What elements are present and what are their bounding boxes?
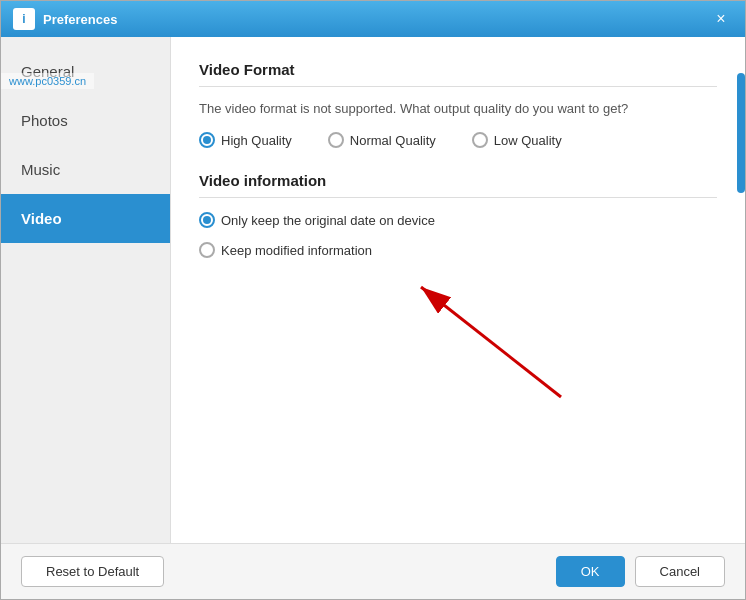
title-bar-left: i Preferences	[13, 8, 117, 30]
radio-high-quality[interactable]: High Quality	[199, 132, 292, 148]
original-date-label: Only keep the original date on device	[221, 213, 435, 228]
app-icon: i	[13, 8, 35, 30]
title-bar: i Preferences ×	[1, 1, 745, 37]
video-info-title: Video information	[199, 172, 717, 189]
reset-to-default-button[interactable]: Reset to Default	[21, 556, 164, 587]
footer: Reset to Default OK Cancel	[1, 543, 745, 599]
title-bar-right: ×	[709, 7, 733, 31]
footer-right: OK Cancel	[556, 556, 725, 587]
content-area: General Photos Music Video Video Format …	[1, 37, 745, 543]
keep-modified-label: Keep modified information	[221, 243, 372, 258]
svg-line-1	[421, 287, 561, 397]
radio-low-quality[interactable]: Low Quality	[472, 132, 562, 148]
dialog: i Preferences × www.pc0359.cn General Ph…	[0, 0, 746, 600]
divider-2	[199, 197, 717, 198]
sidebar-item-photos[interactable]: Photos	[1, 96, 170, 145]
arrow-svg	[391, 257, 591, 417]
low-quality-label: Low Quality	[494, 133, 562, 148]
quality-radio-group: High Quality Normal Quality Low Quality	[199, 132, 717, 148]
radio-circle-modified	[199, 242, 215, 258]
divider-1	[199, 86, 717, 87]
radio-normal-quality[interactable]: Normal Quality	[328, 132, 436, 148]
sidebar-item-video[interactable]: Video	[1, 194, 170, 243]
close-button[interactable]: ×	[709, 7, 733, 31]
scroll-handle[interactable]	[737, 73, 745, 193]
video-format-description: The video format is not supported. What …	[199, 101, 717, 116]
ok-button[interactable]: OK	[556, 556, 625, 587]
radio-circle-normal	[328, 132, 344, 148]
sidebar-item-music[interactable]: Music	[1, 145, 170, 194]
high-quality-label: High Quality	[221, 133, 292, 148]
normal-quality-label: Normal Quality	[350, 133, 436, 148]
watermark: www.pc0359.cn	[1, 73, 94, 89]
dialog-title: Preferences	[43, 12, 117, 27]
arrow-annotation	[391, 257, 591, 417]
video-information-section: Video information Only keep the original…	[199, 172, 717, 258]
info-radio-group: Only keep the original date on device Ke…	[199, 212, 717, 258]
main-panel: Video Format The video format is not sup…	[171, 37, 745, 543]
radio-circle-low	[472, 132, 488, 148]
video-format-title: Video Format	[199, 61, 717, 78]
radio-circle-high	[199, 132, 215, 148]
radio-original-date[interactable]: Only keep the original date on device	[199, 212, 717, 228]
sidebar: General Photos Music Video	[1, 37, 171, 543]
radio-keep-modified[interactable]: Keep modified information	[199, 242, 717, 258]
cancel-button[interactable]: Cancel	[635, 556, 725, 587]
radio-circle-original	[199, 212, 215, 228]
